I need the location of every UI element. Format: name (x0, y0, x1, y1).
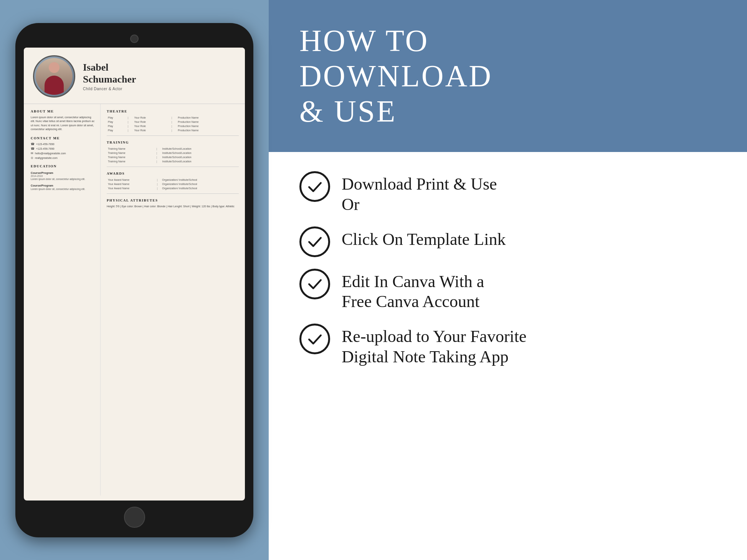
instructions-area: Download Print & UseOr Click On Template… (269, 152, 747, 560)
sep: | (127, 128, 133, 132)
checkmark-3 (299, 269, 330, 299)
physical-text: Height: 5'6 | Eye color: Brown | Hair co… (107, 205, 239, 209)
table-row: Play | Your Role | Production Name (107, 116, 239, 120)
website-value: reallygreatsite.com (35, 157, 58, 159)
theatre-type: Play (107, 116, 127, 120)
sep: | (171, 124, 177, 128)
resume-photo-inner (36, 58, 73, 95)
tablet-camera (130, 35, 139, 43)
heading-line2: DOWNLOAD (299, 59, 492, 93)
awards-table: Your Award Name | Organization/ Institut… (107, 178, 239, 190)
award-org: Organization/ Institute/School (161, 186, 239, 190)
table-row: Play | Your Role | Production Name (107, 128, 239, 132)
awards-title: AWARDS (107, 172, 239, 175)
sep: | (127, 116, 133, 120)
website-icon: ⊙ (31, 156, 33, 160)
training-name: Training Name (107, 151, 155, 155)
resume-professional-title: Child Dancer & Actor (83, 87, 236, 91)
resume-header: Isabel Schumacher Child Dancer & Actor (24, 48, 245, 104)
training-title: TRAINING (107, 140, 239, 144)
theatre-production: Production Name (177, 120, 239, 124)
right-panel: HOW TO DOWNLOAD & USE Download Print & U… (269, 0, 747, 560)
table-row: Training Name | Institute/School/Locatio… (107, 159, 239, 164)
theatre-role: Your Role (133, 128, 170, 132)
contact-phone1: ☎ +123-456-7890 (31, 142, 95, 146)
edu-course-2: Course/Program (31, 184, 95, 187)
theatre-production: Production Name (177, 128, 239, 132)
award-name: Your Award Name (107, 182, 156, 186)
contact-website: ⊙ reallygreatsite.com (31, 156, 95, 160)
sep: | (155, 159, 161, 164)
heading-line1: HOW TO (299, 24, 429, 58)
checkmark-1 (299, 171, 330, 202)
edu-desc-1: Lorem ipsum dolor sit, consectetur adipi… (31, 177, 95, 181)
instruction-text-3: Edit In Canva With aFree Canva Account (342, 269, 484, 312)
divider (107, 167, 239, 167)
phone2-value: +123-456-7890 (36, 147, 55, 150)
instruction-text-1: Download Print & UseOr (342, 171, 497, 215)
table-row: Training Name | Institute/School/Locatio… (107, 147, 239, 151)
phone-icon: ☎ (31, 142, 35, 146)
tablet: Isabel Schumacher Child Dancer & Actor A… (15, 23, 253, 537)
phone1-value: +123-456-7890 (36, 143, 55, 145)
left-panel: Isabel Schumacher Child Dancer & Actor A… (0, 0, 269, 560)
education-title: EDUCATION (31, 164, 95, 168)
sep: | (156, 186, 161, 190)
theatre-role: Your Role (133, 116, 170, 120)
instruction-text-4: Re-upload to Your FavoriteDigital Note T… (342, 324, 527, 367)
contact-title: CONTACT ME (31, 136, 95, 140)
award-name: Your Award Name (107, 178, 156, 182)
training-name: Training Name (107, 147, 155, 151)
instruction-item-4: Re-upload to Your FavoriteDigital Note T… (299, 324, 716, 367)
resume-name: Isabel Schumacher (83, 61, 236, 85)
instruction-item-3: Edit In Canva With aFree Canva Account (299, 269, 716, 312)
theatre-role: Your Role (133, 124, 170, 128)
resume-name-block: Isabel Schumacher Child Dancer & Actor (83, 61, 236, 91)
contact-phone2: ☎ +123-456-7890 (31, 147, 95, 150)
divider (107, 193, 239, 194)
instruction-item-2: Click On Template Link (299, 226, 716, 257)
resume-photo (33, 55, 75, 97)
table-row: Training Name | Institute/School/Locatio… (107, 151, 239, 155)
silhouette-body (45, 76, 64, 95)
theatre-table: Play | Your Role | Production Name Play … (107, 116, 239, 132)
table-row: Your Award Name | Organization/ Institut… (107, 178, 239, 182)
table-row: Your Award Name | Organization/ Institut… (107, 186, 239, 190)
checkmark-2 (299, 226, 330, 257)
edu-year-1: 2014-2018 (31, 175, 95, 177)
heading-area: HOW TO DOWNLOAD & USE (269, 0, 747, 152)
main-heading: HOW TO DOWNLOAD & USE (299, 23, 716, 129)
training-name: Training Name (107, 155, 155, 159)
checkmark-icon-4 (306, 330, 324, 348)
email-value: hello@reallygreatsite.com (35, 152, 66, 155)
email-icon: ✉ (31, 152, 33, 155)
table-row: Training Name | Institute/School/Locatio… (107, 155, 239, 159)
sep: | (156, 178, 161, 182)
theatre-type: Play (107, 124, 127, 128)
about-text: Lorem ipsum dolor sit amet, consectetur … (31, 116, 95, 132)
theatre-production: Production Name (177, 116, 239, 120)
resume: Isabel Schumacher Child Dancer & Actor A… (24, 48, 245, 501)
sep: | (127, 120, 133, 124)
tablet-home-button[interactable] (124, 507, 145, 528)
theatre-type: Play (107, 128, 127, 132)
edu-desc-2: Lorem ipsum dolor sit, consectetur adipi… (31, 187, 95, 191)
resume-right-col: THEATRE Play | Your Role | Production Na… (101, 104, 245, 496)
about-title: ABOUT ME (31, 109, 95, 113)
tablet-screen: Isabel Schumacher Child Dancer & Actor A… (24, 48, 245, 501)
person-silhouette (43, 62, 66, 95)
training-location: Institute/School/Location (161, 159, 239, 164)
edu-course-1: Course/Program (31, 171, 95, 175)
sep: | (156, 182, 161, 186)
sep: | (155, 147, 161, 151)
table-row: Your Award Name | Organization/ Institut… (107, 182, 239, 186)
theatre-production: Production Name (177, 124, 239, 128)
contact-email: ✉ hello@reallygreatsite.com (31, 152, 95, 155)
silhouette-head (49, 62, 59, 73)
resume-body: ABOUT ME Lorem ipsum dolor sit amet, con… (24, 104, 245, 496)
training-name: Training Name (107, 159, 155, 164)
table-row: Play | Your Role | Production Name (107, 120, 239, 124)
sep: | (127, 124, 133, 128)
award-name: Your Award Name (107, 186, 156, 190)
sep: | (171, 128, 177, 132)
